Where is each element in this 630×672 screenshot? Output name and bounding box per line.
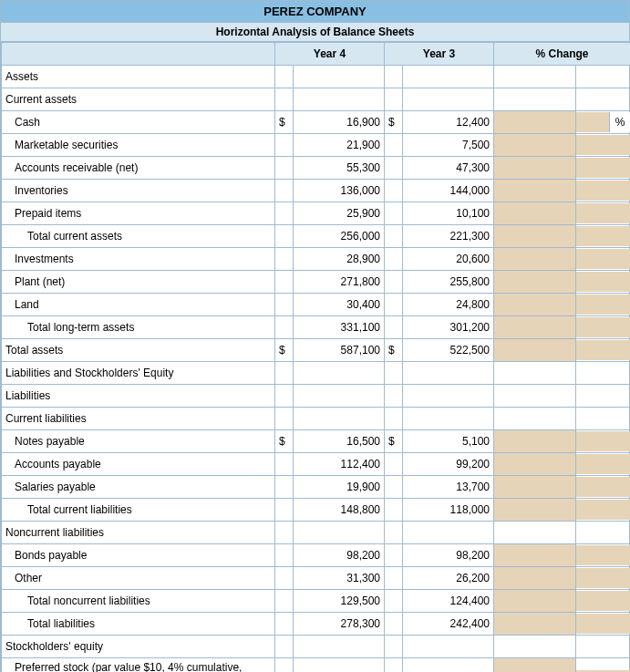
pct-unit-input[interactable] (576, 112, 609, 132)
pct-unit-input[interactable] (576, 568, 630, 588)
pct-unit-input[interactable] (576, 545, 630, 565)
year3-value: 242,400 (403, 613, 494, 636)
pct-change-cell[interactable] (494, 339, 576, 362)
pct-unit-input[interactable] (576, 203, 630, 223)
table-row: Total long-term assets331,100301,200 (2, 316, 631, 339)
pct-change-cell[interactable] (494, 453, 576, 476)
pct-change-input[interactable] (494, 111, 575, 133)
pct-change-cell[interactable] (494, 225, 576, 248)
pct-unit-input[interactable] (576, 614, 630, 634)
pct-change-input[interactable] (494, 134, 575, 156)
pct-change-cell[interactable] (494, 180, 576, 202)
year3-value: 24,800 (403, 294, 494, 316)
pct-change-cell[interactable] (494, 134, 576, 157)
pct-unit-cell (576, 88, 631, 111)
pct-unit-input[interactable] (576, 295, 630, 315)
year4-value: 30,400 (294, 294, 385, 316)
row-label: Accounts payable (2, 453, 275, 476)
currency-symbol (385, 636, 403, 658)
currency-symbol (275, 202, 294, 225)
currency-symbol (385, 248, 403, 271)
pct-change-cell[interactable] (494, 476, 576, 499)
balance-table: Year 4 Year 3 % Change AssetsCurrent ass… (1, 42, 630, 672)
year4-value: 256,000 (294, 225, 385, 248)
pct-change-input[interactable] (494, 202, 575, 224)
pct-unit-input[interactable] (576, 477, 630, 497)
pct-change-input[interactable] (494, 294, 575, 315)
pct-change-cell[interactable] (494, 202, 576, 225)
pct-change-input[interactable] (494, 271, 575, 293)
pct-unit-cell (576, 157, 631, 180)
pct-unit-input[interactable] (576, 181, 630, 201)
pct-unit-input[interactable] (576, 158, 630, 178)
pct-unit-input[interactable] (576, 340, 630, 360)
year4-value: 25,900 (294, 202, 385, 225)
pct-unit-input[interactable] (576, 431, 630, 451)
pct-unit-cell (576, 613, 631, 636)
currency-symbol (275, 522, 294, 544)
pct-change-input[interactable] (494, 613, 575, 635)
pct-change-cell[interactable] (494, 111, 576, 134)
table-row: Accounts payable112,40099,200 (2, 453, 631, 476)
row-label: Liabilities and Stockholders' Equity (2, 362, 275, 385)
year4-value: 31,300 (294, 567, 385, 590)
pct-change-input[interactable] (494, 544, 575, 566)
pct-change-input[interactable] (494, 180, 575, 202)
currency-symbol (385, 658, 403, 673)
year4-value (294, 636, 385, 658)
currency-symbol (385, 134, 403, 157)
year3-value: 47,300 (403, 157, 494, 180)
year3-value: 118,000 (403, 499, 494, 522)
row-label: Current liabilities (2, 408, 275, 430)
pct-change-input[interactable] (494, 430, 575, 452)
table-row: Accounts receivable (net)55,30047,300 (2, 157, 631, 180)
pct-unit-input[interactable] (576, 272, 630, 292)
pct-change-cell[interactable] (494, 544, 576, 567)
pct-unit-cell (576, 66, 631, 88)
pct-change-input[interactable] (494, 453, 575, 475)
pct-change-input[interactable] (494, 476, 575, 498)
pct-change-input[interactable] (494, 658, 575, 672)
pct-unit-input[interactable] (576, 500, 630, 520)
pct-unit-input[interactable] (576, 135, 630, 155)
currency-symbol (385, 499, 403, 522)
pct-change-cell[interactable] (494, 271, 576, 294)
pct-change-cell[interactable] (494, 430, 576, 453)
row-label: Cash (2, 111, 275, 134)
pct-change-input[interactable] (494, 339, 575, 361)
pct-change-input[interactable] (494, 499, 575, 521)
currency-symbol: $ (385, 339, 403, 362)
pct-unit-input[interactable] (576, 454, 630, 474)
pct-change-input[interactable] (494, 567, 575, 589)
pct-unit-input[interactable] (576, 591, 630, 611)
currency-symbol (385, 180, 403, 202)
table-row: Current assets (2, 88, 631, 111)
pct-change-cell[interactable] (494, 499, 576, 522)
table-row: Total liabilities278,300242,400 (2, 613, 631, 636)
pct-change-input[interactable] (494, 157, 575, 179)
pct-change-cell[interactable] (494, 613, 576, 636)
year3-value: 99,200 (403, 453, 494, 476)
pct-change-cell[interactable] (494, 590, 576, 613)
year4-value: 148,800 (294, 499, 385, 522)
pct-change-cell[interactable] (494, 316, 576, 339)
row-label: Bonds payable (2, 544, 275, 567)
year4-value: 16,500 (294, 430, 385, 453)
pct-change-cell[interactable] (494, 567, 576, 590)
pct-change-cell[interactable] (494, 157, 576, 180)
pct-change-input[interactable] (494, 590, 575, 612)
pct-change-cell[interactable] (494, 248, 576, 271)
table-row: Marketable securities21,9007,500 (2, 134, 631, 157)
pct-unit-input[interactable] (576, 317, 630, 337)
pct-change-cell[interactable] (494, 658, 576, 673)
pct-change-input[interactable] (494, 248, 575, 270)
pct-unit-input[interactable] (576, 226, 630, 246)
currency-symbol: $ (275, 111, 294, 134)
pct-change-input[interactable] (494, 316, 575, 338)
year3-value: 144,000 (403, 180, 494, 202)
pct-change-input[interactable] (494, 225, 575, 247)
pct-unit-cell (576, 590, 631, 613)
pct-unit-input[interactable] (576, 249, 630, 269)
currency-symbol (385, 613, 403, 636)
pct-change-cell[interactable] (494, 294, 576, 316)
